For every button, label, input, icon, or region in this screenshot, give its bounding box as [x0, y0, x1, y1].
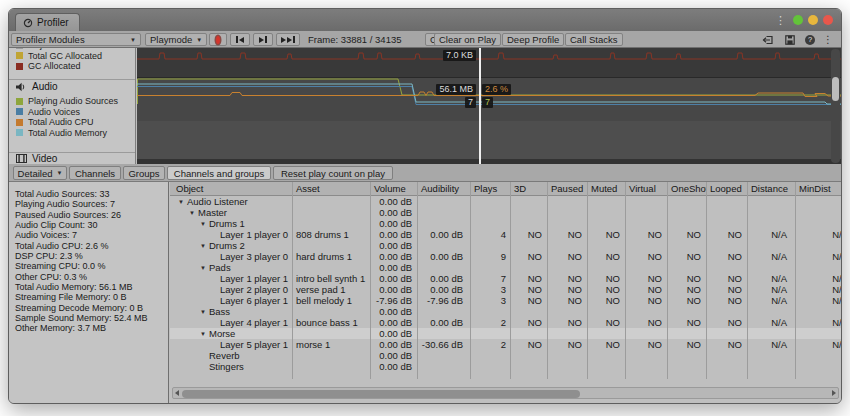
table-row[interactable]: Layer 1 player 0808 drums 10.00 dB0.00 d…: [170, 229, 841, 240]
playmode-dropdown[interactable]: Playmode ▼: [145, 33, 207, 46]
horizontal-scrollbar[interactable]: [172, 387, 839, 399]
foldout-arrow-icon[interactable]: ▼: [200, 329, 209, 339]
column-header-asset[interactable]: Asset: [292, 182, 370, 195]
table-row[interactable]: ▼Morse0.00 dB: [170, 328, 841, 339]
next-frame-button[interactable]: [253, 33, 273, 46]
traffic-light-yellow[interactable]: [808, 15, 818, 25]
column-header-paused[interactable]: Paused: [547, 182, 587, 195]
scroll-left-arrow-icon[interactable]: [175, 390, 179, 396]
table-row[interactable]: ▼Audio Listener0.00 dB: [170, 196, 841, 207]
cell-virtual: NO: [625, 251, 667, 262]
table-header: ObjectAssetVolumeAudibilityPlays3DPaused…: [170, 182, 841, 196]
chart-canvas[interactable]: 7.0 KB 56.1 MB 2.6 % 7 7: [137, 48, 841, 164]
detailed-view-dropdown[interactable]: Detailed ▼: [13, 166, 67, 180]
column-separator[interactable]: [587, 182, 588, 379]
foldout-arrow-icon[interactable]: ▼: [200, 307, 209, 317]
cell-d3: NO: [510, 295, 547, 306]
column-header-distance[interactable]: Distance: [747, 182, 795, 195]
table-row[interactable]: ▼Drums 10.00 dB: [170, 218, 841, 229]
column-separator[interactable]: [510, 182, 511, 379]
table-row[interactable]: Reverb0.00 dB: [170, 350, 841, 361]
column-header-mindist[interactable]: MinDist: [795, 182, 841, 195]
reset-play-count-button[interactable]: Reset play count on play: [273, 166, 393, 180]
column-header-virtual[interactable]: Virtual: [625, 182, 667, 195]
frame-playhead[interactable]: [479, 48, 481, 164]
column-separator[interactable]: [292, 182, 293, 379]
column-separator[interactable]: [625, 182, 626, 379]
column-separator[interactable]: [547, 182, 548, 379]
legend-label: Total Audio Memory: [28, 128, 107, 138]
toolbar-menu-button[interactable]: ⋮: [819, 33, 837, 46]
column-separator[interactable]: [795, 182, 796, 379]
table-row[interactable]: ▼Drums 20.00 dB: [170, 240, 841, 251]
column-header-looped[interactable]: Looped: [706, 182, 747, 195]
deep-profile-button[interactable]: Deep Profile: [502, 33, 564, 46]
cell-looped: NO: [706, 317, 747, 328]
table-row[interactable]: Layer 5 player 1morse 10.00 dB-30.66 dB2…: [170, 339, 841, 350]
column-header-audibility[interactable]: Audibility: [417, 182, 470, 195]
column-header-3d[interactable]: 3D: [510, 182, 547, 195]
column-separator[interactable]: [706, 182, 707, 379]
legend-item[interactable]: Total GC Allocated: [9, 51, 135, 62]
table-row[interactable]: Layer 3 player 0hard drums 10.00 dB0.00 …: [170, 251, 841, 262]
window-tab-profiler[interactable]: Profiler: [15, 13, 80, 31]
chart-vertical-scrollbar[interactable]: [831, 49, 840, 163]
column-separator[interactable]: [470, 182, 471, 379]
table-row[interactable]: Layer 4 player 1bounce bass 10.00 dB0.00…: [170, 317, 841, 328]
prev-frame-button[interactable]: [230, 33, 250, 46]
traffic-light-red[interactable]: [823, 15, 833, 25]
foldout-arrow-icon[interactable]: ▼: [200, 241, 209, 251]
column-separator[interactable]: [417, 182, 418, 379]
legend-item[interactable]: Total Audio Memory: [9, 128, 135, 139]
titlebar-menu-icon[interactable]: ⋮: [773, 15, 788, 26]
cell-asset: hard drums 1: [292, 251, 370, 262]
legend-item[interactable]: Audio Voices: [9, 107, 135, 118]
profiler-modules-dropdown[interactable]: Profiler Modules ▼: [11, 33, 141, 46]
record-button[interactable]: [209, 33, 227, 46]
tab-channels-and-groups[interactable]: Channels and groups: [167, 166, 271, 180]
column-header-object[interactable]: Object: [170, 182, 292, 195]
column-header-volume[interactable]: Volume: [370, 182, 417, 195]
table-row[interactable]: ▼Pads0.00 dB: [170, 262, 841, 273]
legend-item[interactable]: Playing Audio Sources: [9, 96, 135, 107]
table-row[interactable]: ▼Bass0.00 dB: [170, 306, 841, 317]
stat-line: Audio Clip Count: 30: [15, 220, 168, 230]
chart-scrollbar-thumb[interactable]: [832, 77, 839, 101]
traffic-light-green[interactable]: [793, 15, 803, 25]
cell-distance: N/A: [747, 295, 795, 306]
tab-groups[interactable]: Groups: [123, 166, 165, 180]
table-row[interactable]: ▼Master0.00 dB: [170, 207, 841, 218]
legend-item[interactable]: Total Audio CPU: [9, 117, 135, 128]
cell-d3: [510, 240, 547, 251]
foldout-arrow-icon[interactable]: ▼: [178, 197, 187, 207]
table-row[interactable]: Layer 6 player 1bell melody 1-7.96 dB-7.…: [170, 295, 841, 306]
horizontal-scrollbar-thumb[interactable]: [182, 390, 580, 398]
current-frame-icon2: [287, 37, 292, 43]
column-separator[interactable]: [747, 182, 748, 379]
foldout-arrow-icon[interactable]: ▼: [200, 219, 209, 229]
foldout-arrow-icon[interactable]: ▼: [189, 208, 198, 218]
current-frame-button[interactable]: [276, 33, 300, 46]
clear-on-play-button[interactable]: Clear on Play: [434, 33, 501, 46]
cell-looped: [706, 240, 747, 251]
cell-mindist: [795, 262, 841, 273]
legend-item[interactable]: GC Allocated: [9, 61, 135, 72]
call-stacks-button[interactable]: Call Stacks: [565, 33, 623, 46]
table-row[interactable]: Layer 2 player 0verse pad 10.00 dB0.00 d…: [170, 284, 841, 295]
table-row[interactable]: Layer 1 player 1intro bell synth 10.00 d…: [170, 273, 841, 284]
column-separator[interactable]: [667, 182, 668, 379]
column-header-oneshot[interactable]: OneShot: [667, 182, 706, 195]
column-header-plays[interactable]: Plays: [470, 182, 510, 195]
save-profile-button[interactable]: [781, 33, 799, 46]
cell-looped: NO: [706, 251, 747, 262]
load-profile-button[interactable]: [759, 33, 777, 46]
foldout-arrow-icon[interactable]: ▼: [200, 263, 209, 273]
table-row[interactable]: Stingers0.00 dB: [170, 361, 841, 372]
chevron-down-icon: ▼: [196, 37, 202, 43]
column-header-muted[interactable]: Muted: [587, 182, 625, 195]
tab-channels[interactable]: Channels: [69, 166, 121, 180]
column-separator[interactable]: [370, 182, 371, 379]
scroll-right-arrow-icon[interactable]: [832, 390, 836, 396]
help-button[interactable]: ?: [801, 33, 819, 46]
legend-label: Playing Audio Sources: [28, 96, 118, 106]
